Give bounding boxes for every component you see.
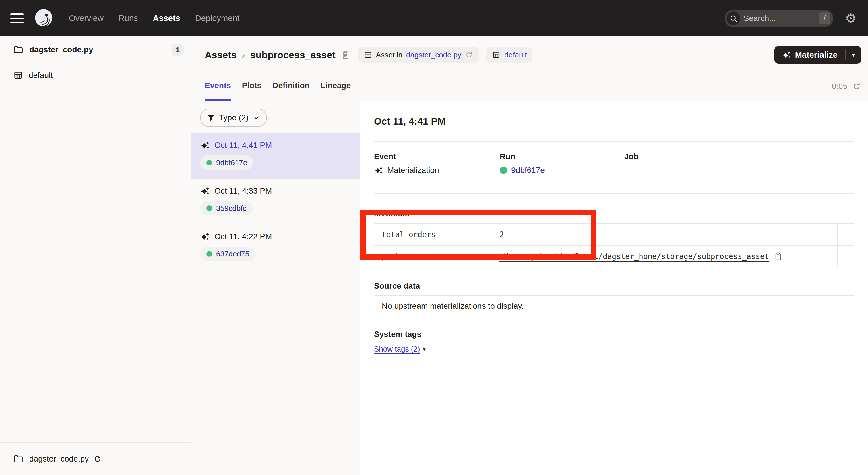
sidebar-item-default-group[interactable]: default [0,65,191,86]
materialize-button[interactable]: Materialize [774,46,845,64]
table-row: total_orders 2 [374,224,854,245]
tab-plots[interactable]: Plots [242,71,261,101]
metadata-key: path [374,245,492,267]
tab-events[interactable]: Events [205,71,231,101]
footer-code-location-label: dagster_code.py [29,454,89,464]
job-value: — [624,166,632,175]
asset-tabs: Events Plots Definition Lineage 0:05 [191,71,868,101]
folder-icon [13,44,24,55]
reload-definition-icon[interactable] [465,51,473,59]
dagster-logo[interactable] [33,8,54,29]
show-tags-toggle[interactable]: Show tags (2) ▾ [374,345,425,354]
global-search[interactable]: / [725,10,833,27]
nav-runs[interactable]: Runs [119,13,138,23]
materialize-button-group: Materialize ▾ [774,46,861,64]
tab-lineage[interactable]: Lineage [320,71,351,101]
asset-definition-chip[interactable]: Asset in dagster_code.py [358,47,479,63]
run-link[interactable]: 9dbf617e [200,155,253,170]
asset-table-icon [364,51,372,59]
event-list-item[interactable]: Oct 11, 4:33 PM 359cdbfc [191,178,360,224]
primary-nav: Overview Runs Assets Deployment [69,13,239,23]
source-data-heading: Source data [374,281,854,291]
materialization-sparkle-icon [200,141,210,150]
refresh-countdown: 0:05 [832,82,848,91]
dagster-asset-events-page: Overview Runs Assets Deployment / ⚙ dags… [0,0,868,475]
caret-down-icon: ▾ [423,346,425,352]
nav-deployment[interactable]: Deployment [195,13,240,23]
group-table-icon [492,51,501,59]
event-timestamp: Oct 11, 4:33 PM [214,186,272,196]
event-detail-title: Oct 11, 4:41 PM [374,116,854,127]
auto-refresh-control: 0:05 [832,71,861,101]
group-chip-label[interactable]: default [504,51,527,59]
copy-asset-name-icon[interactable] [341,50,350,60]
asset-header: Assets › subprocess_asset [191,36,868,71]
refresh-icon[interactable] [852,82,861,91]
top-navigation-bar: Overview Runs Assets Deployment / ⚙ [0,0,868,36]
table-row: path /Users/yuhan/dev/local/dagster_home… [374,245,854,267]
run-status-dot [206,205,212,211]
materialization-sparkle-icon [374,166,383,175]
settings-gear-icon[interactable]: ⚙ [845,12,857,25]
show-tags-label: Show tags (2) [374,345,420,354]
asset-count-badge: 1 [172,43,184,56]
tab-definition[interactable]: Definition [272,71,309,101]
sidebar-footer-code-location[interactable]: dagster_code.py [0,442,191,475]
metadata-key: total_orders [374,224,492,245]
event-list-item[interactable]: Oct 11, 4:41 PM 9dbf617e [191,133,360,178]
sparkle-icon [782,50,791,59]
breadcrumb-asset-name: subprocess_asset [250,50,336,61]
nav-assets[interactable]: Assets [153,13,180,23]
group-chip-default[interactable]: default [486,47,532,63]
breadcrumb-assets[interactable]: Assets [205,50,237,61]
run-label: Run [500,152,624,161]
materialize-dropdown-caret[interactable]: ▾ [846,46,861,64]
system-tags-heading: System tags [374,330,854,339]
run-id-link[interactable]: 9dbf617e [511,166,545,175]
materialization-sparkle-icon [200,232,210,241]
type-filter-label: Type (2) [219,113,249,122]
event-timestamp: Oct 11, 4:41 PM [214,141,272,150]
breadcrumb-separator: › [242,50,245,61]
event-detail-pane: Oct 11, 4:41 PM Event Materia [360,101,868,475]
event-type-value: Materialization [387,166,439,175]
run-status-dot [206,160,212,166]
nav-overview[interactable]: Overview [69,13,104,23]
metadata-path-link[interactable]: /Users/yuhan/dev/local/dagster_home/stor… [499,252,769,261]
code-location-label: dagster_code.py [29,45,93,54]
metadata-value: 2 [492,224,838,245]
source-data-empty-state: No upstream materializations to display. [374,295,854,317]
event-list-item[interactable]: Oct 11, 4:22 PM 637aed75 [191,224,360,270]
copy-path-icon[interactable] [774,252,783,261]
source-data-empty-message: No upstream materializations to display. [382,301,524,311]
chevron-down-icon [253,114,260,121]
search-input[interactable] [740,14,819,23]
reload-icon[interactable] [93,455,102,463]
sidebar-item-code-location[interactable]: dagster_code.py 1 [0,36,191,63]
run-link[interactable]: 359cdbfc [200,201,253,215]
event-label: Event [374,152,500,161]
asset-group-icon [13,70,23,80]
search-shortcut-key: / [819,12,830,24]
chip-prefix: Asset in [376,51,403,59]
run-id: 637aed75 [216,249,249,259]
summary-job-col: Job — [624,152,854,175]
type-filter-button[interactable]: Type (2) [200,109,267,127]
search-icon [726,11,740,25]
metadata-heading: Metadata [374,208,854,218]
chip-code-location-link[interactable]: dagster_code.py [406,51,461,59]
asset-groups-sidebar: dagster_code.py 1 default dagster_code.p… [0,36,191,475]
hamburger-menu-icon[interactable] [10,13,24,23]
run-status-dot [206,251,212,257]
metadata-table: total_orders 2 path /Users/yuhan/dev/loc… [374,224,854,267]
job-label: Job [624,152,854,161]
materialization-sparkle-icon [200,186,210,196]
run-status-dot [500,167,507,174]
summary-event-col: Event Materialization [374,152,500,175]
run-id: 9dbf617e [216,158,247,167]
run-id: 359cdbfc [216,204,247,213]
run-link[interactable]: 637aed75 [200,247,256,261]
materialize-label: Materialize [795,50,838,60]
event-list-panel: Type (2) [191,101,360,475]
summary-run-col: Run 9dbf617e [500,152,624,175]
